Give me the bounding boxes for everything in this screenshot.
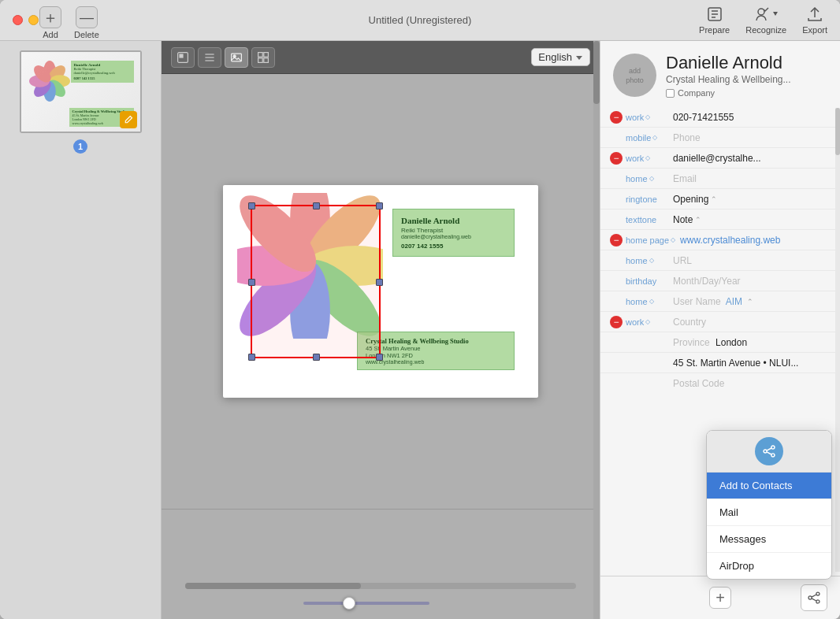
mobile-phone-placeholder[interactable]: Phone bbox=[673, 132, 834, 143]
handle-tc[interactable] bbox=[313, 202, 320, 209]
svg-line-43 bbox=[767, 452, 771, 454]
chevron-icon: ◇ bbox=[649, 298, 654, 305]
svg-rect-24 bbox=[264, 57, 269, 62]
canvas-vertical-scrollbar[interactable] bbox=[593, 41, 600, 619]
svg-line-38 bbox=[812, 599, 816, 601]
canvas-bottom bbox=[162, 509, 600, 619]
card-email: danielle@crystalhealing.web bbox=[401, 234, 506, 239]
texttone-value[interactable]: Note ⌃ bbox=[673, 214, 834, 225]
airdrop-item[interactable]: AirDrop bbox=[707, 553, 831, 579]
tool-select[interactable] bbox=[171, 47, 195, 68]
field-aim: home ◇ User Name AIM ⌃ bbox=[600, 291, 840, 312]
prepare-button[interactable]: Prepare bbox=[699, 6, 730, 35]
export-button[interactable]: Export bbox=[802, 6, 827, 35]
home-url-label[interactable]: home ◇ bbox=[626, 256, 673, 265]
home-url-placeholder[interactable]: URL bbox=[673, 255, 834, 266]
mobile-phone-label[interactable]: mobile ◇ bbox=[626, 133, 673, 143]
birthday-placeholder[interactable]: Month/Day/Year bbox=[673, 276, 834, 287]
edit-badge bbox=[120, 111, 137, 128]
horizontal-scrollbar[interactable] bbox=[185, 583, 576, 589]
messages-item[interactable]: Messages bbox=[707, 526, 831, 553]
field-home-email: home ◇ Email bbox=[600, 169, 840, 189]
card-name-block: Danielle Arnold Reiki Therapist danielle… bbox=[392, 209, 515, 257]
birthday-label: birthday bbox=[626, 276, 673, 286]
svg-rect-23 bbox=[258, 57, 263, 62]
aim-label[interactable]: home ◇ bbox=[626, 297, 673, 306]
field-work-phone: − work ◇ 020-71421555 bbox=[600, 107, 840, 128]
add-to-contacts-item[interactable]: Add to Contacts bbox=[707, 473, 831, 499]
handle-tl[interactable] bbox=[248, 202, 255, 209]
canvas-scrollbar-thumb bbox=[593, 41, 600, 104]
zoom-thumb[interactable] bbox=[343, 597, 355, 610]
svg-point-35 bbox=[808, 596, 812, 599]
mail-item[interactable]: Mail bbox=[707, 499, 831, 526]
minimize-button[interactable] bbox=[28, 15, 39, 25]
handle-mr[interactable] bbox=[376, 279, 383, 286]
handle-bc[interactable] bbox=[313, 354, 320, 361]
handle-ml[interactable] bbox=[248, 279, 255, 286]
home-email-placeholder[interactable]: Email bbox=[673, 173, 834, 184]
avatar[interactable]: add photo bbox=[613, 54, 656, 97]
company-checkbox[interactable] bbox=[666, 89, 675, 98]
card-address-block: Crystal Healing & Wellbeing Studio 45 St… bbox=[357, 332, 515, 370]
canvas-area: English bbox=[162, 41, 600, 619]
chevron-icon: ◇ bbox=[649, 257, 654, 264]
recognize-button[interactable]: Recognize bbox=[745, 6, 786, 35]
work-phone-value[interactable]: 020-71421555 bbox=[673, 112, 834, 123]
postal-placeholder[interactable]: Postal Code bbox=[673, 378, 834, 389]
homepage-value[interactable]: www.crystalhealing.web bbox=[680, 235, 834, 246]
remove-homepage[interactable]: − bbox=[610, 234, 623, 246]
handle-bl[interactable] bbox=[248, 354, 255, 361]
tool-list[interactable] bbox=[198, 47, 221, 68]
card-company: Crystal Healing & Wellbeing Studio bbox=[366, 337, 506, 345]
work-email-label[interactable]: work ◇ bbox=[626, 154, 673, 163]
language-dropdown[interactable]: English bbox=[531, 48, 590, 66]
delete-button[interactable]: — Delete bbox=[74, 6, 99, 39]
aim-value[interactable]: User Name AIM ⌃ bbox=[673, 296, 834, 307]
work-country-placeholder[interactable]: Country bbox=[673, 317, 834, 328]
close-button[interactable] bbox=[13, 15, 23, 25]
zoom-slider[interactable] bbox=[303, 597, 429, 610]
contact-name: Danielle Arnold bbox=[666, 54, 827, 72]
add-field-button[interactable]: + bbox=[709, 587, 731, 609]
chevron-icon: ◇ bbox=[671, 236, 675, 243]
add-label: Add bbox=[43, 30, 58, 39]
tool-grid[interactable] bbox=[251, 47, 275, 68]
chevron-icon: ◇ bbox=[645, 113, 650, 120]
work-phone-label[interactable]: work ◇ bbox=[626, 113, 673, 122]
handle-br[interactable] bbox=[376, 354, 383, 361]
field-birthday: birthday Month/Day/Year bbox=[600, 271, 840, 291]
province-value[interactable]: Province London bbox=[673, 337, 834, 348]
svg-point-39 bbox=[771, 446, 775, 449]
handle-tr[interactable] bbox=[376, 202, 383, 209]
work-address-label[interactable]: work ◇ bbox=[626, 317, 673, 327]
street-value[interactable]: 45 St. Martin Avenue • NLUI... bbox=[673, 358, 834, 369]
ringtone-value[interactable]: Opening ⌃ bbox=[673, 194, 834, 205]
add-button[interactable]: ＋ Add bbox=[39, 6, 61, 39]
field-mobile-phone: mobile ◇ Phone bbox=[600, 128, 840, 148]
remove-work-email[interactable]: − bbox=[610, 152, 623, 165]
homepage-label[interactable]: home page ◇ bbox=[626, 235, 680, 245]
page-thumbnail[interactable]: Danielle Arnold Reiki Therapist danielle… bbox=[20, 50, 142, 133]
svg-line-37 bbox=[812, 595, 816, 597]
field-texttone: texttone Note ⌃ bbox=[600, 209, 840, 230]
ringtone-chevron: ⌃ bbox=[711, 195, 717, 203]
remove-work-address[interactable]: − bbox=[610, 316, 623, 328]
share-button[interactable] bbox=[801, 584, 827, 611]
home-email-label[interactable]: home ◇ bbox=[626, 174, 673, 183]
card-name: Danielle Arnold bbox=[401, 216, 506, 225]
chevron-icon: ◇ bbox=[649, 175, 654, 182]
svg-point-4 bbox=[758, 9, 764, 15]
share-dropdown-header bbox=[707, 431, 831, 473]
avatar-sublabel: photo bbox=[626, 76, 644, 84]
remove-work-phone[interactable]: − bbox=[610, 111, 623, 124]
company-label: Company bbox=[678, 88, 715, 98]
work-email-value[interactable]: danielle@crystalhe... bbox=[673, 153, 834, 164]
contact-panel: add photo Danielle Arnold Crystal Healin… bbox=[600, 41, 840, 619]
contact-scrollbar-thumb bbox=[835, 108, 840, 155]
contact-scrollbar[interactable] bbox=[835, 108, 840, 572]
svg-rect-21 bbox=[258, 52, 263, 57]
texttone-label: texttone bbox=[626, 215, 673, 224]
company-checkbox-row: Company bbox=[666, 88, 827, 98]
tool-image[interactable] bbox=[225, 47, 248, 68]
